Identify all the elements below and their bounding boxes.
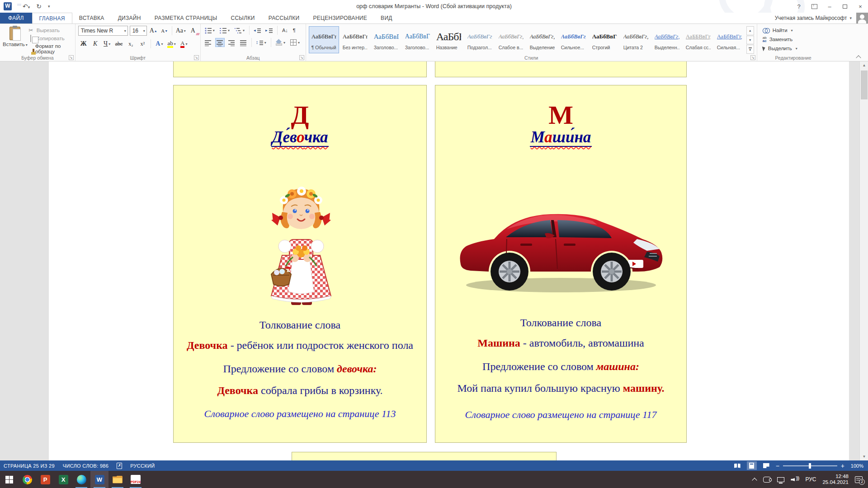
style-quote2[interactable]: АаБбВвГг,Цитата 2 [621, 26, 651, 53]
style-heading2[interactable]: АаБбВвГг,Заголово... [402, 26, 433, 53]
tab-mailings[interactable]: РАССЫЛКИ [262, 13, 307, 23]
style-normal[interactable]: АаБбВвГг,¶ Обычный [309, 26, 339, 53]
taskbar-chrome-button[interactable] [18, 471, 36, 488]
redo-button[interactable]: ↻ [36, 3, 42, 9]
numbering-button[interactable]: ▾ [218, 26, 231, 35]
taskbar-explorer-button[interactable] [108, 471, 127, 488]
multilevel-list-button[interactable]: ▾ [233, 26, 246, 35]
format-painter-button[interactable]: Формат по образцу [28, 43, 72, 54]
taskbar-edge-button[interactable] [72, 471, 90, 488]
clear-formatting-button[interactable]: А [189, 26, 198, 36]
borders-button[interactable]: ▾ [289, 38, 301, 47]
dictionary-card-car[interactable]: М Маши́на [435, 85, 687, 443]
page-indicator[interactable]: СТРАНИЦА 25 ИЗ 29 [4, 463, 55, 469]
style-title[interactable]: АаБбВвГг,Название [434, 26, 464, 53]
card-sentence-prompt[interactable]: Предложение со словом машина: [435, 361, 686, 373]
style-subtle-emphasis[interactable]: АаБбВвГг,Слабое в... [496, 26, 526, 53]
style-subtle-reference[interactable]: АаББВвГг,Слабая сс... [683, 26, 713, 53]
card-definition[interactable]: Девочка - ребёнок или подросток женского… [174, 339, 426, 352]
tab-references[interactable]: ССЫЛКИ [224, 13, 261, 23]
qat-customize-button[interactable]: ▾ [48, 5, 50, 9]
avatar[interactable] [856, 13, 868, 23]
card-partial-bottom[interactable] [292, 452, 557, 460]
girl-illustration[interactable] [255, 165, 345, 308]
find-button[interactable]: Найти▾ [763, 26, 827, 35]
styles-more-button[interactable]: ▼ [746, 45, 754, 54]
style-emphasis[interactable]: АаБбВвГг,Выделение [527, 26, 557, 53]
zoom-slider-thumb[interactable] [809, 463, 811, 469]
language-indicator[interactable]: РУССКИЙ [130, 463, 155, 469]
card-partial-top-left[interactable] [173, 61, 427, 77]
card-word[interactable]: Де́вочка [174, 129, 426, 147]
network-icon[interactable] [777, 477, 784, 482]
input-language[interactable]: РУС [805, 476, 816, 483]
style-heading1[interactable]: АаБбВвГг,Заголово... [371, 26, 401, 53]
help-button[interactable]: ? [791, 0, 807, 13]
scrollbar-thumb[interactable] [861, 70, 868, 99]
web-layout-button[interactable] [761, 461, 771, 470]
card-example-sentence[interactable]: Мой папа купил большую красную машину. [435, 382, 686, 394]
meet-now-icon[interactable] [763, 477, 771, 483]
tab-view[interactable]: ВИД [374, 13, 399, 23]
card-word[interactable]: Маши́на [435, 129, 686, 147]
taskbar-word-button[interactable]: W [90, 471, 108, 488]
card-section-heading[interactable]: Толкование слова [435, 317, 686, 329]
card-sentence-prompt[interactable]: Предложение со словом девочка: [174, 363, 426, 375]
tab-review[interactable]: РЕЦЕНЗИРОВАНИЕ [306, 13, 374, 23]
change-case-button[interactable]: Аа▾ [175, 26, 187, 36]
clock[interactable]: 12:4825.04.2021 [822, 474, 849, 486]
cut-button[interactable]: ✂Вырезать [28, 27, 72, 33]
tab-insert[interactable]: ВСТАВКА [72, 13, 111, 23]
font-dialog-launcher[interactable]: ↘ [194, 55, 199, 60]
action-center-icon[interactable]: 2 [855, 476, 863, 483]
font-size-combo[interactable]: 16▾ [130, 26, 147, 36]
style-no-spacing[interactable]: АаБбВвГг,Без интер... [340, 26, 370, 53]
style-intense-quote[interactable]: АаБбВвГг,Выделенн... [652, 26, 682, 53]
card-partial-top-right[interactable] [435, 61, 687, 77]
strikethrough-button[interactable]: abc [114, 39, 124, 49]
paragraph-dialog-launcher[interactable]: ↘ [299, 55, 304, 60]
underline-button[interactable]: Ч▾ [103, 39, 112, 49]
tab-file[interactable]: ФАЙЛ [0, 13, 32, 23]
subscript-button[interactable]: x₂ [126, 39, 135, 49]
print-layout-button[interactable] [747, 461, 757, 470]
card-example-sentence[interactable]: Девочка собрала грибы в корзинку. [174, 385, 426, 397]
align-right-button[interactable] [227, 38, 236, 47]
grow-font-button[interactable]: А▲ [149, 26, 158, 36]
zoom-slider[interactable] [783, 465, 837, 466]
decrease-indent-button[interactable] [253, 26, 262, 35]
card-letter[interactable]: Д [174, 103, 426, 128]
style-strong[interactable]: АаБбВвГг,Строгий [590, 26, 620, 53]
taskbar-excel-button[interactable]: X [54, 471, 72, 488]
read-mode-button[interactable] [732, 461, 742, 470]
card-section-heading[interactable]: Толкование слова [174, 319, 426, 331]
close-button[interactable]: × [853, 0, 868, 13]
text-effects-button[interactable]: А▾ [155, 39, 164, 49]
tray-expand-icon[interactable] [753, 478, 757, 482]
italic-button[interactable]: К [91, 39, 100, 49]
restore-button[interactable] [837, 0, 853, 13]
scroll-up-arrow[interactable]: ▲ [860, 61, 868, 69]
justify-button[interactable] [239, 38, 248, 47]
bold-button[interactable]: Ж [79, 39, 88, 49]
show-marks-button[interactable]: ¶ [292, 26, 297, 35]
collapse-ribbon-button[interactable] [856, 55, 861, 59]
increase-indent-button[interactable] [264, 26, 274, 35]
superscript-button[interactable]: x² [138, 39, 147, 49]
style-subtitle[interactable]: АаБбВвГг,Подзагол... [465, 26, 495, 53]
card-footer[interactable]: Словарное слово размещено на странице 11… [174, 408, 426, 420]
sort-button[interactable]: А↓ [281, 26, 289, 35]
copy-button[interactable]: Копировать [28, 35, 72, 42]
styles-dialog-launcher[interactable]: ↘ [750, 55, 755, 60]
proofing-errors-icon[interactable] [117, 463, 122, 469]
card-footer[interactable]: Словарное слово размещено на странице 11… [435, 409, 686, 421]
shading-button[interactable]: ▾ [274, 38, 287, 47]
tab-page-layout[interactable]: РАЗМЕТКА СТРАНИЦЫ [148, 13, 224, 23]
select-button[interactable]: Выделить▾ [763, 44, 827, 53]
paste-button[interactable]: Вставить▾ [3, 26, 28, 54]
dictionary-card-girl[interactable]: Д Де́вочка [173, 85, 427, 443]
zoom-percentage[interactable]: 100% [848, 463, 863, 469]
word-count[interactable]: ЧИСЛО СЛОВ: 986 [63, 463, 108, 469]
tab-design[interactable]: ДИЗАЙН [111, 13, 148, 23]
replace-button[interactable]: abacЗаменить [763, 35, 827, 44]
